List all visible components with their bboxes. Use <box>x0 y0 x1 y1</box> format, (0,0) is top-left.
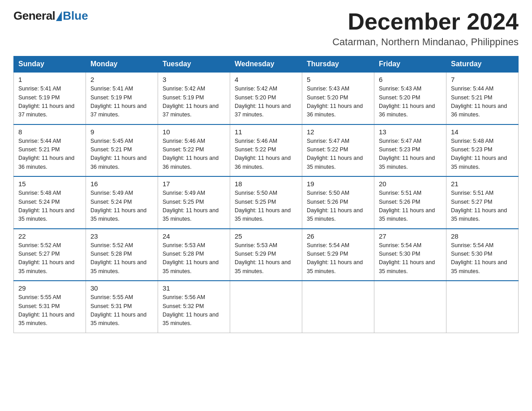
calendar-week-row: 22 Sunrise: 5:52 AM Sunset: 5:27 PM Dayl… <box>14 229 519 281</box>
day-number: 9 <box>90 128 153 136</box>
day-detail: Sunrise: 5:52 AM Sunset: 5:28 PM Dayligh… <box>90 241 153 276</box>
table-row: 29 Sunrise: 5:55 AM Sunset: 5:31 PM Dayl… <box>14 281 86 333</box>
day-detail: Sunrise: 5:45 AM Sunset: 5:21 PM Dayligh… <box>90 137 153 172</box>
calendar-week-row: 1 Sunrise: 5:41 AM Sunset: 5:19 PM Dayli… <box>14 72 519 124</box>
logo-triangle-icon <box>56 11 62 21</box>
col-monday: Monday <box>86 56 158 73</box>
day-number: 14 <box>451 128 514 136</box>
col-sunday: Sunday <box>14 56 86 73</box>
day-detail: Sunrise: 5:50 AM Sunset: 5:25 PM Dayligh… <box>235 189 297 224</box>
day-detail: Sunrise: 5:51 AM Sunset: 5:27 PM Dayligh… <box>451 189 514 224</box>
day-detail: Sunrise: 5:43 AM Sunset: 5:20 PM Dayligh… <box>307 85 369 120</box>
table-row <box>374 281 446 333</box>
day-detail: Sunrise: 5:54 AM Sunset: 5:29 PM Dayligh… <box>307 241 369 276</box>
table-row: 3 Sunrise: 5:42 AM Sunset: 5:19 PM Dayli… <box>158 72 230 124</box>
title-area: December 2024 Catarman, Northern Mindana… <box>332 9 519 48</box>
table-row: 24 Sunrise: 5:53 AM Sunset: 5:28 PM Dayl… <box>158 229 230 281</box>
day-detail: Sunrise: 5:44 AM Sunset: 5:21 PM Dayligh… <box>18 137 81 172</box>
day-detail: Sunrise: 5:43 AM Sunset: 5:20 PM Dayligh… <box>379 85 442 120</box>
table-row: 14 Sunrise: 5:48 AM Sunset: 5:23 PM Dayl… <box>446 124 519 177</box>
col-wednesday: Wednesday <box>230 56 302 73</box>
day-number: 12 <box>307 128 369 136</box>
day-detail: Sunrise: 5:46 AM Sunset: 5:22 PM Dayligh… <box>163 137 225 172</box>
day-detail: Sunrise: 5:51 AM Sunset: 5:26 PM Dayligh… <box>379 189 442 224</box>
day-number: 1 <box>18 76 81 83</box>
table-row: 2 Sunrise: 5:41 AM Sunset: 5:19 PM Dayli… <box>86 72 158 124</box>
day-number: 7 <box>451 76 514 83</box>
day-detail: Sunrise: 5:42 AM Sunset: 5:20 PM Dayligh… <box>235 85 297 120</box>
table-row: 25 Sunrise: 5:53 AM Sunset: 5:29 PM Dayl… <box>230 229 302 281</box>
logo-blue-text: Blue <box>63 9 88 23</box>
day-detail: Sunrise: 5:44 AM Sunset: 5:21 PM Dayligh… <box>451 85 514 120</box>
table-row: 23 Sunrise: 5:52 AM Sunset: 5:28 PM Dayl… <box>86 229 158 281</box>
day-detail: Sunrise: 5:52 AM Sunset: 5:27 PM Dayligh… <box>18 241 81 276</box>
day-detail: Sunrise: 5:49 AM Sunset: 5:25 PM Dayligh… <box>163 189 225 224</box>
calendar-week-row: 8 Sunrise: 5:44 AM Sunset: 5:21 PM Dayli… <box>14 124 519 177</box>
day-number: 30 <box>90 284 153 292</box>
day-detail: Sunrise: 5:53 AM Sunset: 5:28 PM Dayligh… <box>163 241 225 276</box>
day-detail: Sunrise: 5:47 AM Sunset: 5:22 PM Dayligh… <box>307 137 369 172</box>
day-detail: Sunrise: 5:48 AM Sunset: 5:23 PM Dayligh… <box>451 137 514 172</box>
calendar-header-row: Sunday Monday Tuesday Wednesday Thursday… <box>14 56 519 73</box>
month-title: December 2024 <box>332 9 519 34</box>
day-number: 15 <box>18 180 81 188</box>
table-row <box>302 281 374 333</box>
table-row: 21 Sunrise: 5:51 AM Sunset: 5:27 PM Dayl… <box>446 176 519 229</box>
logo-general-text: General <box>13 9 55 23</box>
day-detail: Sunrise: 5:54 AM Sunset: 5:30 PM Dayligh… <box>379 241 442 276</box>
day-detail: Sunrise: 5:53 AM Sunset: 5:29 PM Dayligh… <box>235 241 297 276</box>
table-row: 9 Sunrise: 5:45 AM Sunset: 5:21 PM Dayli… <box>86 124 158 177</box>
day-number: 27 <box>379 232 442 240</box>
day-number: 23 <box>90 232 153 240</box>
logo: General Blue <box>13 9 88 23</box>
day-number: 20 <box>379 180 442 188</box>
table-row: 1 Sunrise: 5:41 AM Sunset: 5:19 PM Dayli… <box>14 72 86 124</box>
page-header: General Blue December 2024 Catarman, Nor… <box>13 9 519 48</box>
table-row: 11 Sunrise: 5:46 AM Sunset: 5:22 PM Dayl… <box>230 124 302 177</box>
table-row: 16 Sunrise: 5:49 AM Sunset: 5:24 PM Dayl… <box>86 176 158 229</box>
day-number: 2 <box>90 76 153 83</box>
day-number: 31 <box>163 284 225 292</box>
day-number: 24 <box>163 232 225 240</box>
day-detail: Sunrise: 5:55 AM Sunset: 5:31 PM Dayligh… <box>18 293 81 328</box>
day-number: 5 <box>307 76 369 83</box>
day-detail: Sunrise: 5:54 AM Sunset: 5:30 PM Dayligh… <box>451 241 514 276</box>
table-row: 27 Sunrise: 5:54 AM Sunset: 5:30 PM Dayl… <box>374 229 446 281</box>
table-row: 7 Sunrise: 5:44 AM Sunset: 5:21 PM Dayli… <box>446 72 519 124</box>
col-saturday: Saturday <box>446 56 519 73</box>
table-row: 30 Sunrise: 5:55 AM Sunset: 5:31 PM Dayl… <box>86 281 158 333</box>
col-friday: Friday <box>374 56 446 73</box>
day-number: 6 <box>379 76 442 83</box>
table-row <box>230 281 302 333</box>
table-row: 4 Sunrise: 5:42 AM Sunset: 5:20 PM Dayli… <box>230 72 302 124</box>
day-number: 26 <box>307 232 369 240</box>
day-number: 25 <box>235 232 297 240</box>
table-row: 13 Sunrise: 5:47 AM Sunset: 5:23 PM Dayl… <box>374 124 446 177</box>
table-row: 8 Sunrise: 5:44 AM Sunset: 5:21 PM Dayli… <box>14 124 86 177</box>
day-number: 8 <box>18 128 81 136</box>
day-number: 18 <box>235 180 297 188</box>
table-row: 10 Sunrise: 5:46 AM Sunset: 5:22 PM Dayl… <box>158 124 230 177</box>
day-number: 19 <box>307 180 369 188</box>
table-row: 31 Sunrise: 5:56 AM Sunset: 5:32 PM Dayl… <box>158 281 230 333</box>
table-row: 15 Sunrise: 5:48 AM Sunset: 5:24 PM Dayl… <box>14 176 86 229</box>
day-number: 3 <box>163 76 225 83</box>
table-row <box>446 281 519 333</box>
calendar-week-row: 29 Sunrise: 5:55 AM Sunset: 5:31 PM Dayl… <box>14 281 519 333</box>
day-number: 22 <box>18 232 81 240</box>
day-number: 17 <box>163 180 225 188</box>
calendar-table: Sunday Monday Tuesday Wednesday Thursday… <box>13 56 519 333</box>
table-row: 5 Sunrise: 5:43 AM Sunset: 5:20 PM Dayli… <box>302 72 374 124</box>
day-number: 29 <box>18 284 81 292</box>
table-row: 17 Sunrise: 5:49 AM Sunset: 5:25 PM Dayl… <box>158 176 230 229</box>
day-detail: Sunrise: 5:50 AM Sunset: 5:26 PM Dayligh… <box>307 189 369 224</box>
table-row: 12 Sunrise: 5:47 AM Sunset: 5:22 PM Dayl… <box>302 124 374 177</box>
day-detail: Sunrise: 5:41 AM Sunset: 5:19 PM Dayligh… <box>90 85 153 120</box>
col-thursday: Thursday <box>302 56 374 73</box>
table-row: 28 Sunrise: 5:54 AM Sunset: 5:30 PM Dayl… <box>446 229 519 281</box>
day-number: 4 <box>235 76 297 83</box>
day-number: 11 <box>235 128 297 136</box>
table-row: 22 Sunrise: 5:52 AM Sunset: 5:27 PM Dayl… <box>14 229 86 281</box>
day-detail: Sunrise: 5:48 AM Sunset: 5:24 PM Dayligh… <box>18 189 81 224</box>
day-number: 16 <box>90 180 153 188</box>
